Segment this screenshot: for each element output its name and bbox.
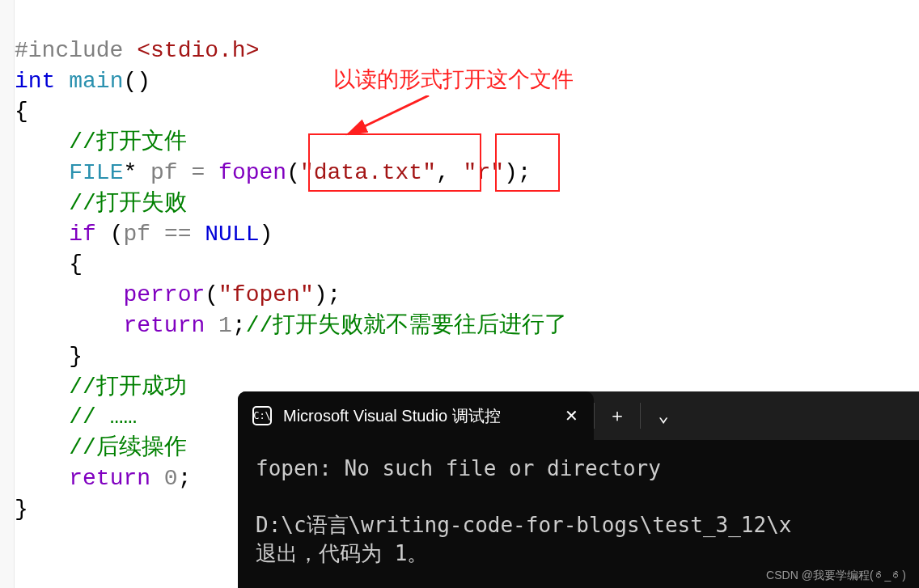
tab-title: Microsoft Visual Studio 调试控: [283, 405, 548, 427]
new-tab-button[interactable]: ＋: [595, 391, 640, 440]
brace: {: [15, 99, 28, 124]
output-line: fopen: No such file or directory: [256, 456, 661, 480]
preproc: #include: [15, 38, 123, 63]
tab-dropdown-button[interactable]: ⌄: [641, 391, 686, 440]
semi: ;: [178, 466, 192, 491]
null: NULL: [205, 222, 259, 247]
fn-perror: perror: [123, 282, 205, 307]
parens: (): [123, 69, 150, 94]
val: 0: [164, 466, 178, 491]
star: *: [123, 160, 137, 185]
watermark: CSDN @我要学编程(ಥ_ಥ): [766, 568, 906, 583]
comment: //打开文件: [69, 129, 187, 154]
fn-main: main: [69, 69, 123, 94]
code-line: #include <stdio.h>: [15, 38, 259, 63]
type-file: FILE: [69, 160, 123, 185]
output-line: D:\c语言\writing-code-for-blogs\test_3_12\…: [256, 513, 791, 537]
var: pf: [150, 160, 178, 185]
brace: }: [15, 497, 28, 522]
console-output[interactable]: fopen: No such file or directory D:\c语言\…: [238, 440, 919, 582]
editor-gutter: [0, 0, 15, 588]
code-line: int main(): [15, 69, 150, 94]
val: 1: [218, 313, 232, 338]
code-line: if (pf == NULL): [15, 222, 273, 247]
code-line: //后续操作: [15, 435, 187, 460]
header: <stdio.h>: [137, 38, 259, 63]
highlight-box-arg1: [308, 133, 481, 192]
highlight-box-arg2: [495, 133, 560, 192]
lparen: (: [110, 222, 124, 247]
brace: }: [15, 344, 83, 369]
keyword-return: return: [123, 313, 205, 338]
keyword-int: int: [15, 69, 55, 94]
code-line: //打开文件: [15, 129, 187, 154]
comment: //打开成功: [69, 374, 187, 400]
comment: // ……: [69, 404, 137, 429]
fn-fopen: fopen: [218, 160, 286, 185]
tab-close-button[interactable]: ✕: [560, 404, 582, 427]
comment: //打开失败: [69, 191, 187, 216]
code-line: return 1;//打开失败就不需要往后进行了: [15, 313, 567, 338]
comment: //打开失败就不需要往后进行了: [246, 313, 568, 338]
code-line: //打开成功: [15, 374, 187, 400]
lparen: (: [205, 282, 218, 307]
console-tabbar: C:\ Microsoft Visual Studio 调试控 ✕ ＋ ⌄: [238, 391, 919, 440]
console-tab[interactable]: C:\ Microsoft Visual Studio 调试控 ✕: [238, 391, 594, 440]
semi: ;: [232, 313, 246, 338]
arg: "fopen": [218, 282, 314, 307]
eqeq: ==: [164, 222, 192, 247]
annotation-text: 以读的形式打开这个文件: [333, 65, 574, 94]
rparen: ): [260, 222, 273, 247]
code-line: return 0;: [15, 466, 191, 491]
output-line: 退出，代码为 1。: [256, 541, 428, 565]
comment: //后续操作: [69, 435, 187, 460]
var: pf: [123, 222, 150, 247]
terminal-icon: C:\: [252, 406, 272, 425]
keyword-return: return: [69, 466, 150, 491]
code-line: //打开失败: [15, 191, 187, 216]
eq: =: [191, 160, 205, 185]
keyword-if: if: [69, 222, 96, 247]
code-line: // ……: [15, 404, 137, 429]
brace: {: [15, 252, 83, 277]
rparen: ): [314, 282, 328, 307]
debug-console: C:\ Microsoft Visual Studio 调试控 ✕ ＋ ⌄ fo…: [238, 391, 919, 588]
code-line: perror("fopen");: [15, 282, 341, 307]
semi: ;: [328, 282, 341, 307]
lparen: (: [286, 160, 300, 185]
